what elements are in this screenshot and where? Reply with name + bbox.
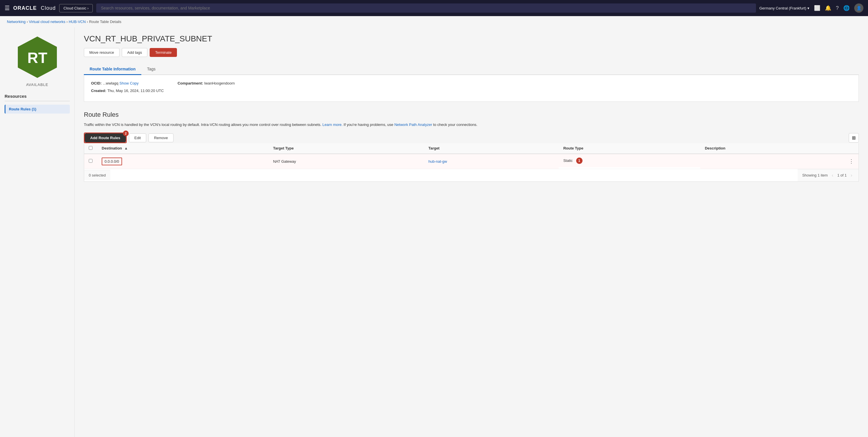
breadcrumb-networking[interactable]: Networking bbox=[7, 20, 26, 24]
main-container: RT AVAILABLE Resources Route Rules (1) V… bbox=[0, 27, 868, 437]
help-icon[interactable]: ? bbox=[836, 5, 839, 11]
table-row: 0.0.0.0/0 NAT Gateway hub-nat-gw Static … bbox=[84, 154, 859, 169]
select-all-checkbox[interactable] bbox=[89, 146, 92, 150]
oracle-logo: ORACLE Cloud bbox=[13, 5, 56, 11]
globe-icon[interactable]: 🌐 bbox=[843, 5, 849, 11]
tab-tags[interactable]: Tags bbox=[141, 64, 161, 75]
breadcrumb-current: Route Table Details bbox=[89, 20, 122, 24]
table-footer: 0 selected Showing 1 item ‹ 1 of 1 › bbox=[84, 169, 859, 181]
target-link[interactable]: hub-nat-gw bbox=[428, 159, 447, 164]
move-resource-button[interactable]: Move resource bbox=[84, 48, 120, 57]
destination-value: 0.0.0.0/0 bbox=[102, 157, 122, 165]
sidebar: RT AVAILABLE Resources Route Rules (1) bbox=[0, 27, 75, 437]
rt-hex-icon: RT bbox=[14, 34, 60, 80]
page-title: VCN_RT_HUB_PRIVATE_SUBNET bbox=[84, 34, 859, 43]
destination-cell: 0.0.0.0/0 bbox=[97, 154, 269, 169]
row-badge: 1 bbox=[576, 157, 583, 164]
nav-right: Germany Central (Frankfurt) ▾ ⬜ 🔔 ? 🌐 👤 bbox=[760, 3, 863, 13]
network-path-analyzer-link[interactable]: Network Path Analyzer bbox=[394, 122, 432, 127]
target-type-cell: NAT Gateway bbox=[269, 154, 424, 169]
sidebar-item-route-rules[interactable]: Route Rules (1) bbox=[5, 105, 70, 114]
actions-header bbox=[844, 143, 859, 154]
grid-icon: ⊞ bbox=[852, 135, 856, 141]
bell-icon[interactable]: 🔔 bbox=[825, 5, 831, 11]
route-rules-table: Destination ▲ Target Type Target Route T… bbox=[84, 143, 859, 169]
pagination: Showing 1 item ‹ 1 of 1 › bbox=[798, 169, 859, 181]
created-item: Created: Thu, May 16, 2024, 11:00:20 UTC bbox=[91, 88, 164, 93]
add-tags-button[interactable]: Add tags bbox=[122, 48, 147, 57]
target-type-header[interactable]: Target Type bbox=[269, 143, 424, 154]
cloud-classic-button[interactable]: Cloud Classic › bbox=[59, 4, 93, 12]
row-action-menu[interactable]: ⋮ bbox=[849, 158, 854, 164]
description-cell bbox=[700, 154, 844, 169]
selected-count: 0 selected bbox=[84, 170, 110, 180]
search-input[interactable] bbox=[96, 3, 756, 13]
route-type-header[interactable]: Route Type bbox=[559, 143, 700, 154]
action-buttons: Move resource Add tags Terminate bbox=[84, 48, 859, 57]
sidebar-section-title: Resources bbox=[5, 94, 70, 101]
content-area: VCN_RT_HUB_PRIVATE_SUBNET Move resource … bbox=[75, 27, 868, 437]
rules-table-wrapper: Destination ▲ Target Type Target Route T… bbox=[84, 143, 859, 182]
destination-header[interactable]: Destination ▲ bbox=[97, 143, 269, 154]
target-cell: hub-nat-gw bbox=[424, 154, 559, 169]
learn-more-link[interactable]: Learn more. bbox=[322, 122, 343, 127]
ocid-show-link[interactable]: Show bbox=[120, 81, 129, 85]
page-info: 1 of 1 bbox=[837, 173, 847, 177]
add-route-rules-border: Add Route Rules 2 bbox=[84, 133, 127, 143]
user-avatar[interactable]: 👤 bbox=[854, 3, 863, 13]
ocid-item: OCID: ...wwlagq Show Copy bbox=[91, 81, 164, 85]
row-checkbox[interactable] bbox=[89, 159, 92, 163]
info-panel: OCID: ...wwlagq Show Copy Created: Thu, … bbox=[84, 75, 859, 102]
ocid-copy-link[interactable]: Copy bbox=[130, 81, 138, 85]
terminal-icon[interactable]: ⬜ bbox=[814, 5, 820, 11]
add-route-rules-button[interactable]: Add Route Rules bbox=[85, 134, 126, 142]
column-settings-button[interactable]: ⊞ bbox=[849, 133, 859, 143]
route-type-cell: Static 1 bbox=[559, 154, 700, 167]
row-action-cell: ⋮ bbox=[844, 154, 859, 169]
prev-page-button[interactable]: ‹ bbox=[830, 172, 835, 178]
table-toolbar: Add Route Rules 2 Edit Remove ⊞ bbox=[84, 133, 859, 143]
target-header[interactable]: Target bbox=[424, 143, 559, 154]
tabs: Route Table Information Tags bbox=[84, 64, 859, 75]
next-page-button[interactable]: › bbox=[849, 172, 854, 178]
tab-route-table-info[interactable]: Route Table Information bbox=[84, 64, 141, 75]
terminate-button[interactable]: Terminate bbox=[150, 48, 177, 57]
select-all-header bbox=[84, 143, 97, 154]
status-badge: AVAILABLE bbox=[26, 83, 48, 87]
showing-label: Showing 1 item bbox=[802, 173, 828, 177]
route-rules-description: Traffic within the VCN is handled by the… bbox=[84, 122, 859, 128]
remove-button[interactable]: Remove bbox=[149, 134, 173, 142]
compartment-item: Compartment: IwanHoogendoorn bbox=[178, 81, 235, 85]
table-header-row: Destination ▲ Target Type Target Route T… bbox=[84, 143, 859, 154]
add-route-rules-wrapper: Add Route Rules 2 bbox=[85, 134, 126, 142]
breadcrumb-vcn[interactable]: Virtual cloud networks bbox=[29, 20, 65, 24]
breadcrumb-hub-vcn[interactable]: HUB-VCN bbox=[69, 20, 86, 24]
chevron-down-icon: ▾ bbox=[807, 6, 809, 10]
route-rules-title: Route Rules bbox=[84, 111, 859, 118]
svg-text:RT: RT bbox=[27, 50, 48, 66]
ocid-value: ...wwlagq bbox=[103, 81, 118, 85]
breadcrumb: Networking › Virtual cloud networks › HU… bbox=[0, 16, 868, 27]
row-checkbox-cell bbox=[84, 154, 97, 169]
region-selector[interactable]: Germany Central (Frankfurt) ▾ bbox=[760, 6, 809, 10]
top-navigation: ☰ ORACLE Cloud Cloud Classic › Germany C… bbox=[0, 0, 868, 16]
add-route-badge: 2 bbox=[123, 130, 129, 136]
hamburger-menu[interactable]: ☰ bbox=[5, 5, 10, 11]
description-header[interactable]: Description bbox=[700, 143, 844, 154]
sort-icon: ▲ bbox=[124, 146, 128, 150]
icon-area: RT AVAILABLE bbox=[5, 34, 70, 87]
edit-button[interactable]: Edit bbox=[129, 134, 146, 142]
